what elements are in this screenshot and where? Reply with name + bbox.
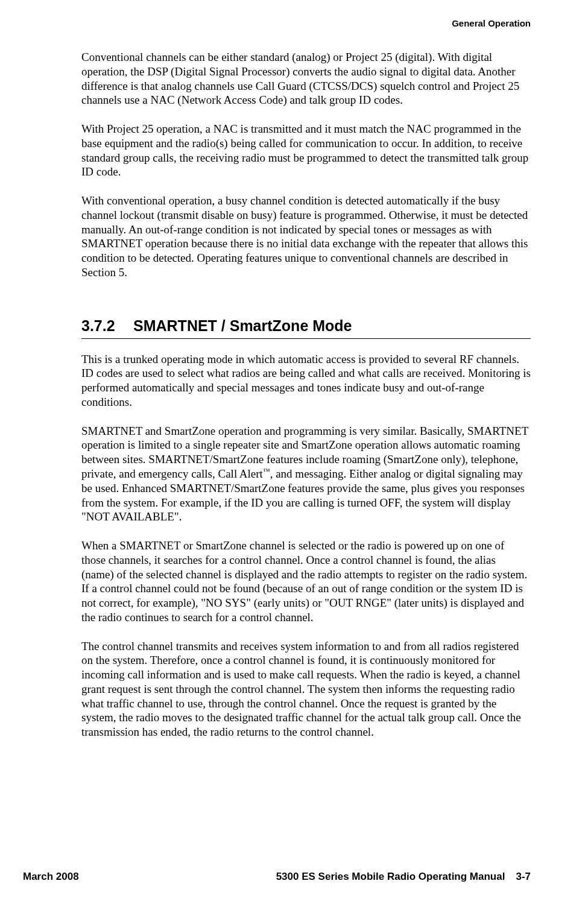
paragraph-control-channel-transmit: The control channel transmits and receiv… — [81, 639, 531, 739]
footer-right: 5300 ES Series Mobile Radio Operating Ma… — [276, 871, 531, 883]
footer-date: March 2008 — [23, 871, 79, 883]
section-number: 3.7.2 — [81, 317, 133, 335]
section-heading-smartnet: 3.7.2 SMARTNET / SmartZone Mode — [81, 317, 531, 335]
footer-manual-title: 5300 ES Series Mobile Radio Operating Ma… — [276, 871, 505, 883]
footer-page-number: 3-7 — [516, 871, 531, 883]
paragraph-conventional-busy: With conventional operation, a busy chan… — [81, 194, 531, 280]
paragraph-trunked-mode: This is a trunked operating mode in whic… — [81, 352, 531, 409]
section-title: SMARTNET / SmartZone Mode — [133, 317, 352, 335]
page-header: General Operation — [0, 0, 588, 28]
section-rule — [81, 338, 531, 339]
trademark-symbol: ™ — [263, 467, 270, 475]
paragraph-conventional-channels: Conventional channels can be either stan… — [81, 50, 531, 107]
page-footer: March 2008 5300 ES Series Mobile Radio O… — [0, 871, 588, 883]
paragraph-project25-nac: With Project 25 operation, a NAC is tran… — [81, 122, 531, 179]
paragraph-control-channel-search: When a SMARTNET or SmartZone channel is … — [81, 539, 531, 625]
paragraph-smartnet-smartzone-features: SMARTNET and SmartZone operation and pro… — [81, 424, 531, 525]
page-content: Conventional channels can be either stan… — [0, 28, 588, 739]
header-section-title: General Operation — [452, 18, 531, 28]
